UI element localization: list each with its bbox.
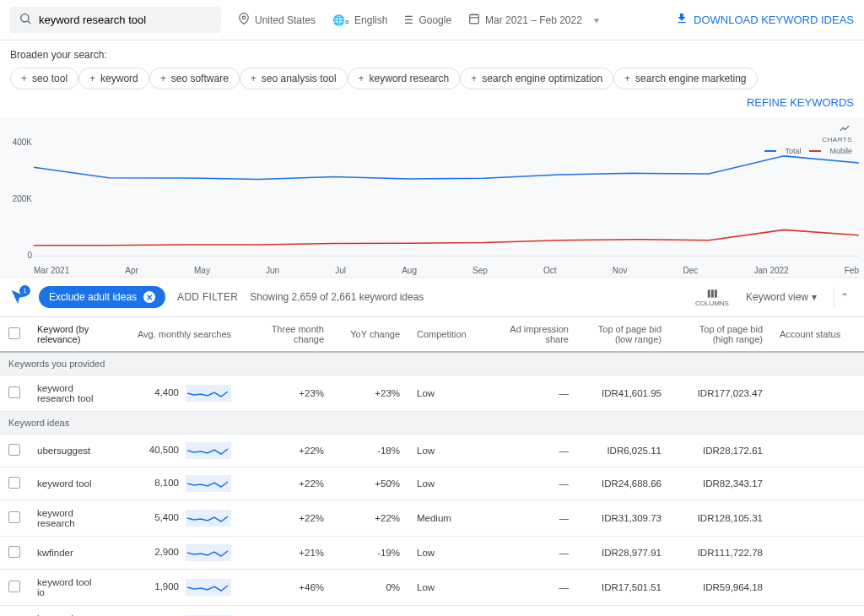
section-provided: Keywords you provided	[0, 352, 864, 376]
showing-text: Showing 2,659 of 2,661 keyword ideas	[250, 291, 424, 303]
collapse-icon[interactable]: ⌃	[834, 287, 854, 307]
row-checkbox[interactable]	[8, 477, 20, 489]
row-checkbox[interactable]	[8, 546, 20, 558]
chevron-down-icon: ▾	[812, 291, 817, 303]
plus-icon: +	[21, 73, 27, 84]
plus-icon: +	[624, 73, 630, 84]
notification-icon[interactable]: 1	[10, 289, 27, 305]
svg-line-1	[28, 21, 30, 24]
language-selector[interactable]: 🌐ₒEnglish	[332, 14, 387, 26]
broaden-chip[interactable]: +seo software	[149, 68, 240, 89]
calendar-icon	[468, 13, 480, 27]
network-selector[interactable]: ☰Google	[404, 14, 451, 26]
language-text: English	[354, 14, 387, 26]
network-text: Google	[418, 14, 451, 26]
svg-rect-8	[708, 289, 710, 297]
search-input[interactable]	[39, 14, 213, 26]
col-ais[interactable]: Ad impression share	[484, 317, 577, 352]
trend-chart: CHARTS Total Mobile 400K200K0 Mar 2021Ap…	[0, 117, 864, 278]
download-label: DOWNLOAD KEYWORD IDEAS	[694, 14, 854, 26]
search-icon	[19, 12, 32, 28]
broaden-label: Broaden your search:	[10, 49, 107, 61]
idea-row[interactable]: ubersuggest40,500+22%-18%Low—IDR6,025.11…	[0, 435, 864, 467]
sparkline	[186, 544, 231, 561]
select-all-checkbox[interactable]	[8, 327, 20, 339]
plus-icon: +	[160, 73, 166, 84]
view-label: Keyword view	[746, 291, 808, 303]
keyword-view-dropdown[interactable]: Keyword view▾	[746, 291, 817, 303]
sparkline	[186, 385, 231, 402]
row-checkbox[interactable]	[8, 386, 20, 398]
col-comp[interactable]: Competition	[408, 317, 484, 352]
row-checkbox[interactable]	[8, 511, 20, 523]
broaden-chip[interactable]: +keyword	[78, 68, 149, 89]
download-button[interactable]: DOWNLOAD KEYWORD IDEAS	[675, 12, 854, 28]
idea-row[interactable]: kwfinder2,900+21%-19%Low—IDR28,977.91IDR…	[0, 537, 864, 570]
plus-icon: +	[471, 73, 477, 84]
broaden-chip[interactable]: +seo analysis tool	[240, 68, 348, 89]
sparkline	[186, 510, 231, 527]
col-keyword[interactable]: Keyword (by relevance)	[29, 317, 105, 352]
location-text: United States	[255, 14, 316, 26]
chevron-down-icon: ▾	[594, 14, 599, 26]
provided-row[interactable]: keyword research tool4,400+23%+23%Low—ID…	[0, 376, 864, 412]
location-selector[interactable]: United States	[238, 13, 316, 27]
sparkline	[186, 442, 231, 459]
svg-rect-3	[470, 14, 479, 23]
search-input-wrap[interactable]	[10, 7, 221, 33]
exclude-adult-pill[interactable]: Exclude adult ideas✕	[39, 286, 165, 308]
col-bidhigh[interactable]: Top of page bid (high range)	[670, 317, 771, 352]
svg-point-2	[242, 16, 246, 19]
close-icon[interactable]: ✕	[143, 291, 155, 303]
col-tmc[interactable]: Three month change	[240, 317, 332, 352]
row-checkbox[interactable]	[8, 444, 20, 456]
sparkline	[186, 475, 231, 492]
svg-point-0	[21, 14, 29, 22]
chart-type-icon[interactable]	[837, 127, 852, 136]
exclude-label: Exclude adult ideas	[49, 291, 137, 303]
columns-button[interactable]: COLUMNS	[695, 288, 729, 307]
plus-icon: +	[359, 73, 364, 84]
row-checkbox[interactable]	[8, 581, 20, 592]
col-acct[interactable]: Account status	[771, 317, 864, 352]
idea-row[interactable]: keyword tool io1,900+46%0%Low—IDR17,501.…	[0, 570, 864, 606]
columns-label: COLUMNS	[695, 300, 729, 307]
plus-icon: +	[251, 73, 256, 84]
broaden-chip[interactable]: +seo tool	[10, 68, 78, 89]
section-ideas: Keyword ideas	[0, 412, 864, 435]
date-range-selector[interactable]: Mar 2021 – Feb 2022▾	[468, 13, 599, 27]
location-icon	[238, 13, 250, 27]
date-range-text: Mar 2021 – Feb 2022	[485, 14, 582, 26]
network-icon: ☰	[404, 14, 413, 26]
svg-rect-9	[711, 289, 714, 297]
col-bidlow[interactable]: Top of page bid (low range)	[577, 317, 670, 352]
add-filter-button[interactable]: ADD FILTER	[177, 291, 238, 303]
idea-row[interactable]: keyword tool8,100+22%+50%Low—IDR24,688.6…	[0, 467, 864, 500]
broaden-chip[interactable]: +search engine optimization	[460, 68, 613, 89]
col-yoy[interactable]: YoY change	[332, 317, 408, 352]
broaden-chip[interactable]: +keyword research	[348, 68, 461, 89]
col-avg[interactable]: Avg. monthly searches	[105, 317, 240, 352]
broaden-chip[interactable]: +search engine marketing	[613, 68, 757, 89]
svg-rect-10	[715, 289, 717, 297]
language-icon: 🌐ₒ	[332, 14, 349, 26]
sparkline	[186, 579, 231, 596]
idea-row[interactable]: keyword finder3,6000%+86%Low—IDR27,112.9…	[0, 606, 864, 617]
idea-row[interactable]: keyword research5,400+22%+22%Medium—IDR3…	[0, 500, 864, 537]
download-icon	[675, 12, 688, 28]
refine-keywords-button[interactable]: REFINE KEYWORDS	[747, 96, 854, 109]
plus-icon: +	[89, 73, 95, 84]
